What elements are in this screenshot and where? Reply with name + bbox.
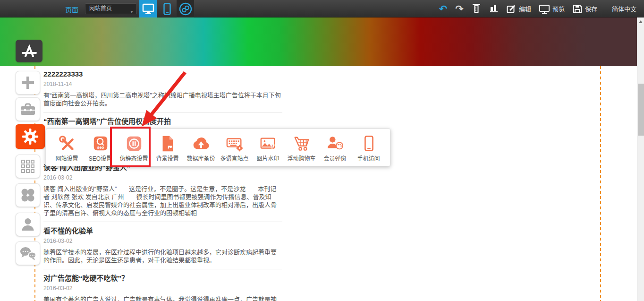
popup-item-label: 浮动购物车 — [285, 154, 318, 162]
sidebar-item-settings[interactable] — [16, 124, 45, 149]
popup-item-label: 会员弹窗 — [318, 154, 352, 162]
stats-button[interactable] — [489, 3, 499, 15]
popup-item-member-popup[interactable]: 会员弹窗 — [318, 134, 352, 162]
chevron-down-icon: ▼ — [130, 7, 134, 17]
vertical-scrollbar[interactable] — [637, 17, 644, 301]
sidebar-item-messages[interactable] — [16, 241, 40, 265]
svg-text:T: T — [270, 143, 275, 151]
popup-item-site-settings[interactable]: 网站设置 — [50, 134, 84, 162]
redo-button[interactable]: ↷ — [455, 4, 464, 14]
popup-item-multilanguage[interactable]: 多语言站点 — [218, 134, 251, 162]
ruler-button[interactable] — [472, 3, 481, 15]
mobile-view-button[interactable] — [159, 0, 175, 17]
member-palette-icon — [326, 135, 344, 153]
sidebar-item-add[interactable] — [16, 71, 40, 95]
popup-item-image-watermark[interactable]: T 图片水印 — [251, 134, 285, 162]
settings-popup: 网站设置 seo SEO设置 伪静态设置 — [46, 129, 390, 166]
seo-magnifier-icon: seo — [92, 135, 110, 153]
link-share-button[interactable] — [177, 0, 194, 17]
article-list: 2222223333 2018-11-14 有“西南第一高钢塔，四川第二高电视塔… — [43, 69, 282, 301]
article-date: 2016-03-02 — [43, 285, 282, 292]
popup-item-floating-cart[interactable]: 浮动购物车 — [285, 134, 318, 162]
article[interactable]: 对广告怎能“吃硬不吃软”？ 2016-03-02 美国有个著名的广告人说过，广告… — [43, 274, 282, 301]
page-guide-right — [600, 66, 601, 301]
article-date: 2018-11-14 — [43, 81, 282, 87]
sidebar-item-toolbox[interactable] — [16, 97, 40, 121]
ruler-icon — [472, 3, 481, 13]
page-dropdown-value: 网站首页 — [89, 5, 112, 12]
article-title: “西南第一高钢塔”广告位使用权首度开拍 — [43, 117, 282, 126]
popup-item-label: 背景设置 — [151, 154, 184, 162]
link-icon — [179, 2, 192, 16]
article-body: 随着医学技术的发展，在医疗过程中进行的化验项目越来越多，它对诊断疾病起着重要的作… — [43, 248, 282, 264]
svg-text:seo: seo — [97, 145, 104, 149]
site-banner-gradient — [0, 17, 637, 66]
top-toolbar: 页面 网站首页 ▼ ↶ ↷ — [0, 0, 644, 17]
popup-item-background-settings[interactable]: 背景设置 — [151, 134, 184, 162]
edit-button[interactable]: 编辑 — [507, 4, 531, 14]
scrollbar-thumb[interactable] — [638, 84, 644, 136]
sidebar-item-widgets[interactable] — [16, 183, 40, 207]
highlight-box-pseudo-static — [110, 127, 151, 167]
save-floppy-icon — [573, 4, 582, 14]
desktop-icon — [142, 3, 154, 15]
sidebar-item-modules[interactable] — [16, 155, 40, 178]
article[interactable]: 2222223333 2018-11-14 有“西南第一高钢塔，四川第二高电视塔… — [43, 70, 282, 112]
divider — [43, 269, 282, 269]
save-button[interactable]: 保存 — [573, 4, 597, 14]
edit-label: 编辑 — [519, 4, 531, 13]
popup-item-label: 手机访问 — [352, 154, 385, 162]
cloud-upload-icon — [192, 135, 211, 153]
smartphone-icon — [360, 135, 378, 153]
gear-icon — [21, 128, 39, 146]
article-body: 有“西南第一高钢塔，四川第二高电视塔”之称的绵阳广播电视塔主塔广告位将于本月下旬… — [43, 91, 282, 107]
popup-item-label: 多语言站点 — [218, 154, 251, 162]
bar-chart-icon — [489, 3, 499, 13]
preview-label: 预览 — [552, 4, 565, 13]
article-title: 2222223333 — [43, 70, 282, 78]
grid-icon — [21, 159, 35, 173]
keyboard-gear-icon — [226, 135, 244, 153]
clover-icon — [21, 188, 35, 202]
person-icon — [21, 217, 35, 232]
popup-item-database-backup[interactable]: 数据库备份 — [184, 134, 218, 162]
desktop-view-button[interactable] — [139, 0, 157, 17]
save-label: 保存 — [585, 4, 597, 13]
popup-item-label: 图片水印 — [251, 154, 285, 162]
popup-item-mobile-access[interactable]: 手机访问 — [352, 134, 385, 162]
language-label: 简体中文 — [612, 4, 636, 13]
undo-button[interactable]: ↶ — [439, 4, 448, 14]
popup-item-label: 数据库备份 — [184, 154, 218, 162]
language-switcher[interactable]: 简体中文 — [612, 4, 636, 13]
sidebar-item-app-launcher[interactable] — [16, 40, 42, 62]
page-dropdown[interactable]: 网站首页 ▼ — [85, 3, 137, 14]
article[interactable]: 看不懂的化验单 2016-03-02 随着医学技术的发展，在医疗过程中进行的化验… — [43, 227, 282, 269]
divider — [43, 112, 282, 112]
article-date: 2016-03-02 — [43, 238, 282, 244]
sidebar-item-members[interactable] — [16, 213, 40, 236]
page-label: 页面 — [65, 5, 78, 14]
shopping-cart-icon — [293, 135, 311, 153]
toolbar-right-group: ↶ ↷ — [439, 0, 636, 17]
popup-item-label: 网站设置 — [50, 154, 84, 162]
article-body: 美国有个著名的广告人说过，广告就是有毒气体。我觉得说得再准确一点，广告就是神经毒… — [43, 295, 282, 301]
scrollbar-up-arrow-icon[interactable] — [639, 20, 643, 23]
preview-button[interactable]: 预览 — [539, 4, 565, 14]
mobile-icon — [163, 3, 171, 15]
article-title: 对广告怎能“吃硬不吃软”？ — [43, 274, 282, 283]
edit-pencil-icon — [507, 4, 516, 14]
article-body: 读客 闯入出版业的“野蛮人” 这是行业，不是圈子。这是生意，不是沙龙 本刊记者 … — [43, 185, 282, 217]
crossed-tools-icon — [58, 135, 76, 153]
background-page-icon — [159, 135, 177, 153]
image-watermark-icon: T — [259, 135, 277, 153]
divider — [43, 222, 282, 222]
article-title: 看不懂的化验单 — [43, 227, 282, 235]
preview-monitor-icon — [539, 4, 550, 14]
chat-bubbles-icon — [19, 246, 36, 260]
briefcase-icon — [20, 102, 36, 116]
plus-icon — [21, 76, 35, 90]
article-date: 2016-03-02 — [43, 174, 282, 181]
article[interactable]: 读客 闯入出版业的“野蛮人” 2016-03-02 读客 闯入出版业的“野蛮人”… — [43, 163, 282, 222]
editor-stage: 页面 网站首页 ▼ ↶ ↷ — [0, 0, 644, 301]
app-store-icon — [20, 44, 39, 58]
